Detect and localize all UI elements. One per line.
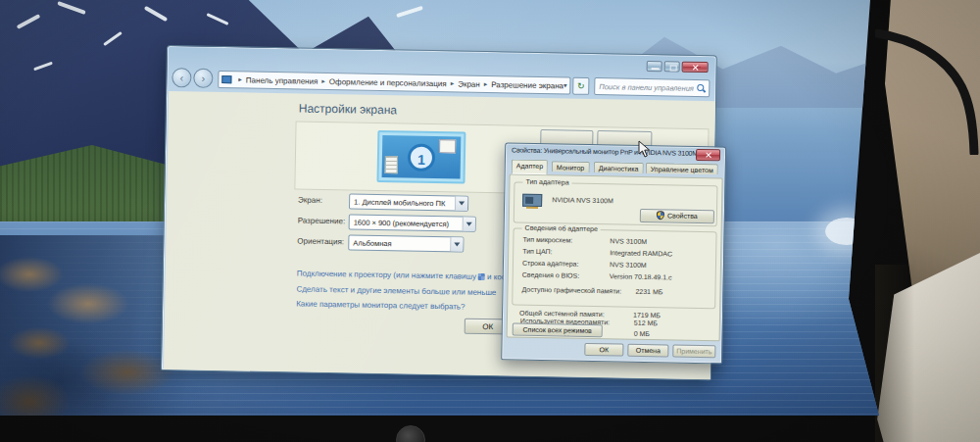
orientation-select[interactable]: Альбомная bbox=[348, 234, 464, 252]
tab-color-management[interactable]: Управление цветом bbox=[646, 163, 718, 174]
info-row-value: NVS 3100M bbox=[610, 237, 647, 245]
memory-row-label: Доступно графической памяти: bbox=[521, 286, 621, 295]
mini-window-thumb bbox=[385, 156, 398, 173]
forward-button[interactable]: › bbox=[193, 69, 213, 88]
list-all-modes-button[interactable]: Список всех режимов bbox=[513, 323, 603, 338]
maximize-button[interactable] bbox=[664, 61, 680, 72]
projector-link-text: Подключение к проектору (или нажмите кла… bbox=[297, 269, 476, 280]
breadcrumb-item-control-panel[interactable]: Панель управления bbox=[246, 75, 318, 85]
page-title: Настройки экрана bbox=[299, 101, 397, 117]
minimize-icon bbox=[652, 68, 660, 70]
adapter-info-group-label: Сведения об адаптере bbox=[522, 224, 601, 232]
back-button[interactable]: ‹ bbox=[172, 68, 191, 87]
gpu-card-icon bbox=[522, 194, 542, 207]
display-icon bbox=[221, 75, 231, 83]
close-icon bbox=[705, 152, 711, 159]
breadcrumb-arrow-icon: ▸ bbox=[321, 77, 325, 85]
windows-layer: ‹ › ▸ Панель управления ▸ Оформление и п… bbox=[0, 0, 980, 442]
chevron-down-icon[interactable] bbox=[463, 218, 475, 231]
uac-shield-icon bbox=[657, 211, 664, 220]
monitor-screen: ‹ › ▸ Панель управления ▸ Оформление и п… bbox=[0, 0, 980, 442]
orientation-label: Ориентация: bbox=[297, 236, 344, 246]
memory-row-value: 512 МБ bbox=[634, 319, 658, 326]
breadcrumb-item-display[interactable]: Экран bbox=[458, 79, 480, 88]
mouse-cursor bbox=[638, 140, 651, 159]
resolution-label: Разрешение: bbox=[298, 216, 346, 225]
tab-adapter[interactable]: Адаптер bbox=[512, 159, 549, 174]
dialog-apply-button[interactable]: Применить bbox=[672, 345, 715, 359]
search-icon bbox=[697, 84, 705, 92]
tab-diagnostics[interactable]: Диагностика bbox=[594, 162, 644, 173]
resolution-select-value: 1600 × 900 (рекомендуется) bbox=[354, 218, 449, 228]
info-row-label: Тип микросхем: bbox=[522, 236, 572, 244]
refresh-button[interactable]: ↻ bbox=[572, 77, 589, 95]
breadcrumb-item-appearance[interactable]: Оформление и персонализация bbox=[329, 77, 447, 88]
desk-shadow bbox=[875, 265, 914, 442]
breadcrumb[interactable]: ▸ Панель управления ▸ Оформление и персо… bbox=[218, 71, 570, 95]
dialog-close-button[interactable] bbox=[696, 149, 720, 161]
breadcrumb-arrow-icon: ▸ bbox=[484, 80, 488, 88]
breadcrumb-arrow-icon: ▸ bbox=[238, 75, 242, 83]
adapter-info-group: Сведения об адаптере Тип микросхем: NVS … bbox=[512, 228, 716, 310]
text-size-link[interactable]: Сделать текст и другие элементы больше и… bbox=[296, 284, 496, 297]
search-placeholder: Поиск в панели управления bbox=[599, 82, 697, 93]
memory-row-value: 2231 МБ bbox=[635, 288, 662, 296]
chevron-down-icon[interactable] bbox=[450, 237, 463, 251]
dialog-ok-button[interactable]: ОК bbox=[584, 343, 623, 357]
info-row-label: Сведения о BIOS: bbox=[522, 271, 580, 279]
minimize-button[interactable] bbox=[647, 61, 662, 72]
adapter-type-group-label: Тип адаптера bbox=[522, 178, 571, 186]
refresh-icon: ↻ bbox=[577, 81, 585, 91]
close-button[interactable] bbox=[682, 62, 709, 73]
adapter-properties-button[interactable]: Свойства bbox=[640, 209, 714, 223]
info-row-value: Version 70.18.49.1.c bbox=[610, 272, 672, 280]
adapter-type-group: Тип адаптера NVIDIA NVS 3100M Свойства bbox=[514, 182, 718, 227]
dialog-cancel-button[interactable]: Отмена bbox=[627, 344, 668, 358]
mini-dialog-thumb bbox=[439, 139, 456, 153]
info-row-label: Строка адаптера: bbox=[522, 260, 579, 268]
breadcrumb-arrow-icon: ▸ bbox=[451, 79, 455, 87]
breadcrumb-item-resolution[interactable]: Разрешение экрана bbox=[491, 80, 564, 90]
dialog-title: Свойства: Универсальный монитор PnP и NV… bbox=[512, 146, 698, 156]
info-row-value: Integrated RAMDAC bbox=[610, 249, 672, 257]
monitor-preview[interactable]: 1 bbox=[376, 130, 466, 184]
close-icon bbox=[692, 64, 699, 71]
display-select[interactable]: 1. Дисплей мобильного ПК bbox=[349, 193, 468, 211]
adapter-name: NVIDIA NVS 3100M bbox=[552, 196, 613, 204]
photo-background: ‹ › ▸ Панель управления ▸ Оформление и п… bbox=[0, 0, 980, 442]
windows-logo-icon bbox=[478, 273, 485, 280]
adapter-properties-dialog: Свойства: Универсальный монитор PnP и NV… bbox=[501, 142, 726, 364]
display-label: Экран: bbox=[298, 195, 322, 204]
breadcrumb-dropdown-icon[interactable]: ▾ bbox=[564, 81, 567, 89]
monitor-number-badge: 1 bbox=[408, 143, 436, 172]
info-row-value: NVS 3100M bbox=[610, 261, 647, 269]
info-row-label: Тип ЦАП: bbox=[522, 248, 552, 256]
tab-monitor[interactable]: Монитор bbox=[552, 161, 590, 172]
resolution-select[interactable]: 1600 × 900 (рекомендуется) bbox=[349, 214, 476, 231]
chevron-down-icon[interactable] bbox=[455, 196, 467, 210]
memory-row-value: 1719 МБ bbox=[633, 312, 661, 319]
orientation-select-value: Альбомная bbox=[353, 238, 391, 248]
cable bbox=[875, 18, 980, 155]
properties-button-label: Свойства bbox=[667, 212, 698, 220]
memory-row-value: 0 МБ bbox=[634, 330, 650, 337]
hp-logo bbox=[396, 425, 425, 442]
search-input[interactable]: Поиск в панели управления bbox=[594, 77, 710, 97]
display-select-value: 1. Дисплей мобильного ПК bbox=[354, 197, 445, 208]
which-settings-link[interactable]: Какие параметры монитора следует выбрать… bbox=[296, 299, 465, 311]
maximize-icon bbox=[669, 65, 676, 71]
